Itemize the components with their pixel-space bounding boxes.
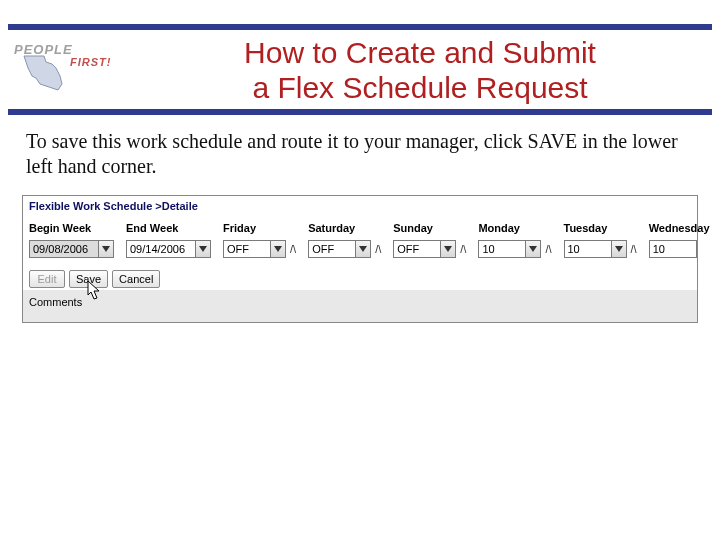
edit-button: Edit	[29, 270, 65, 288]
sunday-select[interactable]: OFF	[393, 240, 441, 258]
sep-icon: /\	[460, 243, 466, 255]
cancel-button[interactable]: Cancel	[112, 270, 160, 288]
comments-label: Comments	[29, 296, 82, 308]
end-week-input[interactable]	[126, 240, 196, 258]
friday-select[interactable]: OFF	[223, 240, 271, 258]
label-begin-week: Begin Week	[29, 222, 114, 234]
tuesday-select[interactable]: 10	[564, 240, 612, 258]
tuesday-dropdown-icon[interactable]	[611, 240, 627, 258]
button-row: Edit Save Cancel	[23, 260, 697, 290]
col-monday: Monday 10 /\	[478, 222, 551, 258]
sep-icon: /\	[631, 243, 637, 255]
instruction-text: To save this work schedule and route it …	[0, 115, 720, 191]
end-week-dropdown-icon[interactable]	[195, 240, 211, 258]
florida-icon	[22, 54, 68, 92]
cursor-icon	[85, 280, 105, 304]
page-title: How to Create and Submit a Flex Schedule…	[128, 34, 712, 105]
wednesday-select[interactable]: 10	[649, 240, 697, 258]
monday-select[interactable]: 10	[478, 240, 526, 258]
title-line-1: How to Create and Submit	[244, 36, 596, 69]
comments-row: Comments	[23, 290, 697, 322]
begin-week-dropdown-icon[interactable]	[98, 240, 114, 258]
header-row: PEOPLE FIRST! How to Create and Submit a…	[0, 30, 720, 105]
col-wednesday: Wednesday 10	[649, 222, 710, 258]
label-saturday: Saturday	[308, 222, 381, 234]
label-end-week: End Week	[126, 222, 211, 234]
col-friday: Friday OFF /\	[223, 222, 296, 258]
label-friday: Friday	[223, 222, 296, 234]
sunday-dropdown-icon[interactable]	[440, 240, 456, 258]
friday-dropdown-icon[interactable]	[270, 240, 286, 258]
col-begin-week: Begin Week	[29, 222, 114, 258]
col-saturday: Saturday OFF /\	[308, 222, 381, 258]
col-tuesday: Tuesday 10 /\	[564, 222, 637, 258]
logo-text-first: FIRST!	[70, 56, 111, 68]
sep-icon: /\	[375, 243, 381, 255]
schedule-row: Begin Week End Week Friday OFF	[23, 214, 697, 260]
sep-icon: /\	[290, 243, 296, 255]
col-end-week: End Week	[126, 222, 211, 258]
label-monday: Monday	[478, 222, 551, 234]
people-first-logo: PEOPLE FIRST!	[8, 34, 128, 98]
app-panel: Flexible Work Schedule >Detaile Begin We…	[22, 195, 698, 323]
monday-dropdown-icon[interactable]	[525, 240, 541, 258]
begin-week-input[interactable]	[29, 240, 99, 258]
label-tuesday: Tuesday	[564, 222, 637, 234]
label-sunday: Sunday	[393, 222, 466, 234]
saturday-dropdown-icon[interactable]	[355, 240, 371, 258]
label-wednesday: Wednesday	[649, 222, 710, 234]
title-line-2: a Flex Schedule Request	[252, 71, 587, 104]
saturday-select[interactable]: OFF	[308, 240, 356, 258]
sep-icon: /\	[545, 243, 551, 255]
col-sunday: Sunday OFF /\	[393, 222, 466, 258]
panel-heading: Flexible Work Schedule >Detaile	[23, 196, 697, 214]
